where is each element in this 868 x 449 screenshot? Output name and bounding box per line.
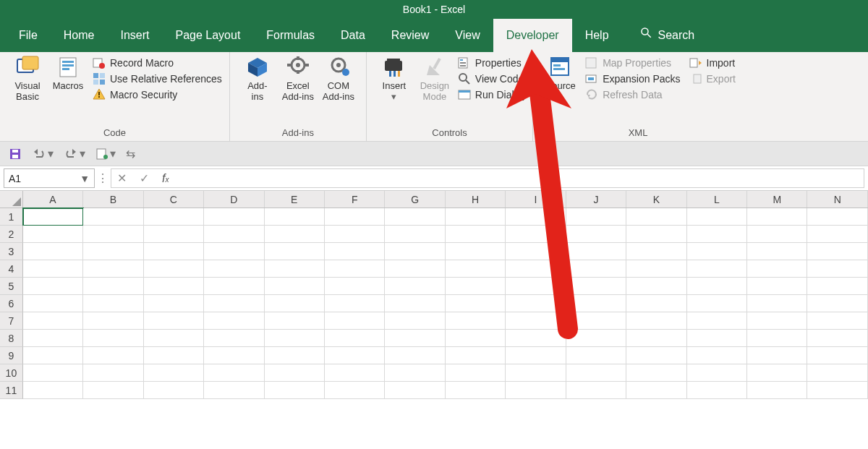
cell[interactable] <box>446 347 506 364</box>
tab-file[interactable]: File <box>6 19 51 52</box>
cell[interactable] <box>385 226 445 243</box>
column-header[interactable]: K <box>626 191 686 208</box>
export-button[interactable]: Export <box>689 72 736 85</box>
column-header[interactable]: M <box>747 191 807 208</box>
cell[interactable] <box>144 208 204 226</box>
cell[interactable] <box>265 347 325 364</box>
properties-button[interactable]: Properties <box>458 56 525 69</box>
tab-insert[interactable]: Insert <box>107 19 162 52</box>
formula-bar-input[interactable] <box>174 168 864 188</box>
cell[interactable] <box>566 208 626 226</box>
cell[interactable] <box>687 243 747 260</box>
cell[interactable] <box>626 278 686 295</box>
row-header[interactable]: 7 <box>0 312 23 330</box>
cell[interactable] <box>446 260 506 278</box>
cell[interactable] <box>687 330 747 347</box>
cell[interactable] <box>204 330 264 347</box>
cell[interactable] <box>385 382 445 399</box>
cell[interactable] <box>566 330 626 347</box>
cell[interactable] <box>626 243 686 260</box>
cell[interactable] <box>506 382 566 399</box>
cell[interactable] <box>23 295 83 312</box>
cell[interactable] <box>265 208 325 226</box>
cell[interactable] <box>385 330 445 347</box>
cell[interactable] <box>204 312 264 330</box>
cell[interactable] <box>566 226 626 243</box>
row-header[interactable]: 11 <box>0 382 23 399</box>
cell[interactable] <box>807 382 867 399</box>
cell[interactable] <box>385 347 445 364</box>
cell[interactable] <box>23 243 83 260</box>
import-button[interactable]: Import <box>689 56 736 69</box>
cell[interactable] <box>687 295 747 312</box>
row-header[interactable]: 4 <box>0 260 23 278</box>
cell[interactable] <box>23 260 83 278</box>
cell[interactable] <box>446 330 506 347</box>
column-header[interactable]: C <box>144 191 204 208</box>
cell[interactable] <box>204 208 264 226</box>
cell[interactable] <box>204 382 264 399</box>
cell[interactable] <box>325 295 385 312</box>
cell[interactable] <box>144 330 204 347</box>
cell[interactable] <box>385 295 445 312</box>
cell[interactable] <box>265 312 325 330</box>
qat-overflow-button[interactable]: ⇆ <box>126 147 135 161</box>
cell[interactable] <box>506 364 566 382</box>
cell[interactable] <box>23 226 83 243</box>
cell[interactable] <box>566 382 626 399</box>
cell[interactable] <box>747 278 807 295</box>
cell[interactable] <box>747 208 807 226</box>
cell[interactable] <box>807 330 867 347</box>
cell[interactable] <box>626 312 686 330</box>
cancel-formula-button[interactable]: ✕ <box>117 171 127 185</box>
cell[interactable] <box>446 312 506 330</box>
cell[interactable] <box>807 208 867 226</box>
cell[interactable] <box>747 347 807 364</box>
cell[interactable] <box>144 278 204 295</box>
cell[interactable] <box>204 278 264 295</box>
cell[interactable] <box>566 312 626 330</box>
cell[interactable] <box>687 226 747 243</box>
cell[interactable] <box>747 330 807 347</box>
cell[interactable] <box>325 226 385 243</box>
cell[interactable] <box>566 243 626 260</box>
cell[interactable] <box>807 347 867 364</box>
column-header[interactable]: I <box>506 191 566 208</box>
cell[interactable] <box>144 226 204 243</box>
row-header[interactable]: 5 <box>0 278 23 295</box>
tab-data[interactable]: Data <box>328 19 378 52</box>
cell[interactable] <box>446 382 506 399</box>
cell[interactable] <box>204 260 264 278</box>
view-code-button[interactable]: View Code <box>458 72 525 85</box>
expansion-packs-button[interactable]: Expansion Packs <box>585 72 680 85</box>
cell[interactable] <box>144 260 204 278</box>
cell[interactable] <box>506 295 566 312</box>
select-all-corner[interactable] <box>0 191 23 208</box>
cell[interactable] <box>506 312 566 330</box>
cell[interactable] <box>144 295 204 312</box>
visual-basic-button[interactable]: Visual Basic <box>7 55 48 103</box>
cell[interactable] <box>807 226 867 243</box>
tab-review[interactable]: Review <box>378 19 442 52</box>
cell[interactable] <box>265 226 325 243</box>
row-header[interactable]: 8 <box>0 330 23 347</box>
column-header[interactable]: J <box>566 191 626 208</box>
column-header[interactable]: D <box>204 191 264 208</box>
macro-security-button[interactable]: Macro Security <box>93 88 222 101</box>
row-header[interactable]: 9 <box>0 347 23 364</box>
cell[interactable] <box>506 226 566 243</box>
cell[interactable] <box>204 295 264 312</box>
cell[interactable] <box>446 208 506 226</box>
run-dialog-button[interactable]: Run Dialog <box>458 88 525 101</box>
cell[interactable] <box>626 382 686 399</box>
cell[interactable] <box>265 330 325 347</box>
cell[interactable] <box>325 347 385 364</box>
cell[interactable] <box>265 278 325 295</box>
cell[interactable] <box>626 226 686 243</box>
cell[interactable] <box>325 330 385 347</box>
cell[interactable] <box>446 226 506 243</box>
cell[interactable] <box>204 243 264 260</box>
column-header[interactable]: H <box>446 191 506 208</box>
cell[interactable] <box>626 260 686 278</box>
cell[interactable] <box>807 278 867 295</box>
